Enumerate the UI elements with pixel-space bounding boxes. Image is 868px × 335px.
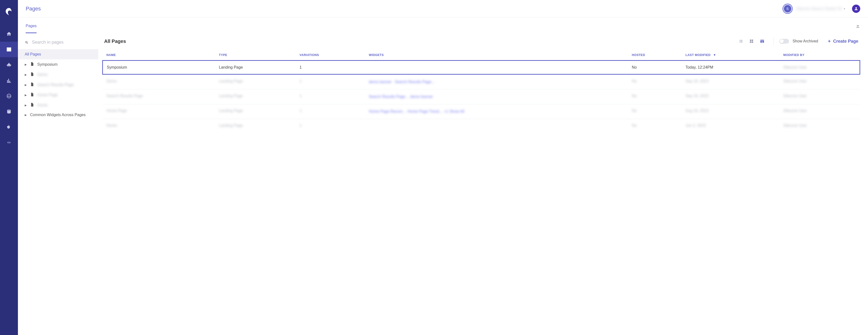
main-area: Pages S Sitecore Search Starter Kit ▾ Pa…: [18, 0, 868, 335]
left-sidebar: All Pages ▶ Symposium ▶ Demo ▶ Search Re…: [18, 35, 98, 335]
table-row[interactable]: Symposium Landing Page 1 No Today, 12:24…: [103, 61, 860, 75]
col-widgets[interactable]: WIDGETS: [365, 50, 628, 61]
app-logo[interactable]: [4, 7, 14, 17]
nav-rail: [0, 0, 18, 335]
sidebar-item-common-widgets[interactable]: ▶ Common Widgets Across Pages: [18, 110, 98, 119]
tenant-caret-icon[interactable]: ▾: [844, 7, 845, 10]
table-row[interactable]: Home Page Landing Page 1 Home Page Recom…: [103, 104, 860, 119]
caret-icon: ▶: [25, 104, 27, 107]
tab-pages[interactable]: Pages: [26, 24, 37, 33]
plus-icon: +: [828, 38, 831, 44]
search-icon: [25, 40, 29, 45]
grid-icon: [749, 39, 754, 44]
table-icon: [760, 39, 765, 44]
sort-desc-icon: ▼: [713, 53, 716, 57]
download-button[interactable]: [856, 23, 860, 29]
user-avatar[interactable]: [852, 5, 860, 13]
create-page-button[interactable]: + Create Page: [828, 38, 858, 44]
col-type[interactable]: TYPE: [215, 50, 296, 61]
nav-dev[interactable]: [0, 135, 18, 150]
caret-icon: ▶: [25, 63, 27, 66]
nav-widgets[interactable]: [0, 57, 18, 73]
view-list-button[interactable]: [736, 39, 746, 44]
file-icon: [30, 62, 34, 67]
tenant-name[interactable]: Sitecore Search Starter Kit: [796, 6, 842, 11]
caret-icon: ▶: [25, 73, 27, 76]
col-last-modified[interactable]: LAST MODIFIED ▼: [682, 50, 779, 61]
file-icon: [30, 103, 34, 108]
nav-home[interactable]: [0, 26, 18, 42]
content-toolbar: All Pages Show Archived + Create Page: [102, 37, 860, 45]
sidebar-item-symposium[interactable]: ▶ Symposium: [18, 59, 98, 69]
sidebar-item-home-page[interactable]: ▶ Home Page: [18, 90, 98, 100]
list-icon: [738, 39, 743, 44]
toolbar-divider: [773, 37, 774, 45]
content-heading: All Pages: [104, 38, 126, 44]
person-icon: [854, 6, 858, 11]
view-table-button[interactable]: [757, 39, 768, 44]
tenant-badge[interactable]: S: [783, 4, 792, 13]
caret-icon: ▶: [25, 93, 27, 97]
sidebar-item-search-results[interactable]: ▶ Search Results Page: [18, 80, 98, 90]
top-bar: Pages S Sitecore Search Starter Kit ▾: [18, 0, 868, 18]
file-icon: [30, 92, 34, 98]
show-archived-label: Show Archived: [793, 39, 818, 44]
content-area: All Pages Show Archived + Create Page: [98, 35, 868, 335]
table-row[interactable]: Search Results Page Landing Page 1 Searc…: [103, 89, 860, 104]
search-input[interactable]: [32, 40, 93, 45]
nav-global[interactable]: [0, 88, 18, 104]
table-row[interactable]: Home Landing Page 1 No Jun 2, 2023 Sitec…: [103, 119, 860, 132]
pages-table: NAME TYPE VARIATIONS WIDGETS HOSTED LAST…: [102, 50, 860, 132]
file-icon: [30, 72, 34, 77]
page-title: Pages: [26, 6, 41, 12]
tabs-bar: Pages: [18, 18, 868, 35]
sidebar-all-pages[interactable]: All Pages: [18, 49, 98, 59]
nav-plugins[interactable]: [0, 119, 18, 135]
caret-icon: ▶: [25, 113, 27, 117]
search-pages[interactable]: [18, 37, 98, 49]
nav-data[interactable]: [0, 104, 18, 119]
nav-analytics[interactable]: [0, 73, 18, 88]
view-grid-button[interactable]: [746, 39, 757, 44]
table-row[interactable]: Demo Landing Page 1 demo banner · Search…: [103, 75, 860, 89]
sidebar-item-home[interactable]: ▶ Home: [18, 100, 98, 110]
col-hosted[interactable]: HOSTED: [628, 50, 682, 61]
col-variations[interactable]: VARIATIONS: [296, 50, 365, 61]
caret-icon: ▶: [25, 83, 27, 87]
col-name[interactable]: NAME: [103, 50, 215, 61]
sidebar-item-demo[interactable]: ▶ Demo: [18, 69, 98, 80]
show-archived-toggle[interactable]: [779, 39, 789, 44]
download-icon: [856, 23, 860, 28]
nav-pages[interactable]: [0, 42, 18, 57]
col-modified-by[interactable]: MODIFIED BY: [779, 50, 860, 61]
file-icon: [30, 82, 34, 87]
